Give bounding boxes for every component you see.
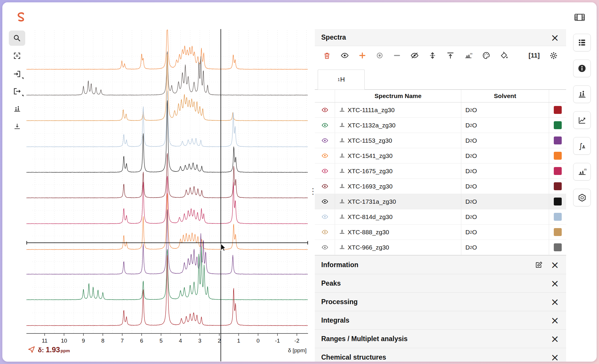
spectra-toolbar: m [11] <box>315 46 566 65</box>
integrals-panel-icon[interactable]: ∫ <box>573 137 591 155</box>
color-swatch[interactable] <box>554 152 562 160</box>
solvent-value: D2O <box>461 225 549 240</box>
spectra-list-icon[interactable] <box>573 34 591 51</box>
spectra-panel-header: Spectra × <box>315 29 566 46</box>
spectrum-row[interactable]: XTC-1153_zg30D2O <box>315 133 566 148</box>
spectra-panel-title: Spectra <box>321 33 346 41</box>
close-icon[interactable]: × <box>550 297 560 307</box>
color-swatch[interactable] <box>554 182 562 190</box>
export-tool[interactable] <box>9 84 25 99</box>
visibility-eye-icon[interactable] <box>322 152 328 159</box>
align-top-icon[interactable] <box>446 51 455 60</box>
multiplet-pick-icon[interactable]: m <box>464 51 472 60</box>
visibility-column-header <box>315 90 335 102</box>
solvent-value: D2O <box>461 164 549 178</box>
spectrum-glyph-icon <box>339 183 345 190</box>
visibility-eye-icon[interactable] <box>322 137 328 144</box>
spectrum-row[interactable]: XTC-814d_zg30D2O <box>315 209 566 225</box>
svg-text:0: 0 <box>257 338 260 344</box>
spectrum-row[interactable]: XTC-1731a_zg30D2O <box>315 194 566 209</box>
visibility-eye-icon[interactable] <box>322 122 328 129</box>
visibility-eye-icon[interactable] <box>322 244 328 251</box>
svg-text:10: 10 <box>61 338 67 344</box>
visibility-eye-icon[interactable] <box>322 107 328 113</box>
color-swatch[interactable] <box>554 106 562 114</box>
color-swatch[interactable] <box>554 198 562 205</box>
close-icon[interactable]: × <box>550 334 560 344</box>
select-circle-icon[interactable] <box>376 52 383 59</box>
import-tool[interactable] <box>9 66 25 82</box>
color-swatch[interactable] <box>554 243 562 251</box>
spectrum-glyph-icon <box>339 152 345 159</box>
show-all-eye-icon[interactable] <box>341 51 349 60</box>
cursor-readout: δ: 1.93 ppm δ [ppm] <box>28 346 307 355</box>
svg-text:m: m <box>470 52 472 55</box>
accordion-title: Chemical structures <box>321 353 386 361</box>
spectra-table-body: XTC-1111a_zg30D2O XTC-1132a_zg30D2O XTC-… <box>315 102 566 255</box>
accordion-section-ranges-multiplet-analysis[interactable]: Ranges / Multiplet analysis× <box>315 329 566 348</box>
hide-all-eye-off-icon[interactable] <box>410 51 419 60</box>
visibility-eye-icon[interactable] <box>322 229 328 235</box>
spectrum-row[interactable]: XTC-1541_zg30D2O <box>315 148 566 164</box>
spectrum-row[interactable]: XTC-888_zg30D2O <box>315 225 566 240</box>
spectrum-row[interactable]: XTC-1675_zg30D2O <box>315 164 566 179</box>
accordion-section-processing[interactable]: Processing× <box>315 292 566 311</box>
zoom-tool[interactable] <box>9 31 25 46</box>
color-swatch[interactable] <box>554 121 562 129</box>
accordion-title: Information <box>321 261 359 269</box>
edit-icon[interactable] <box>535 261 543 269</box>
color-swatch[interactable] <box>554 228 562 236</box>
position-pointer-icon <box>28 346 36 355</box>
spectrum-name: XTC-1693_zg30 <box>348 183 393 190</box>
processing-panel-icon[interactable] <box>573 111 591 129</box>
ranges-multiplet-panel-icon[interactable]: m <box>573 163 591 181</box>
spectrum-row[interactable]: XTC-1693_zg30D2O <box>315 179 566 194</box>
spectrum-display[interactable]: 11109876543210-1-2 δ: 1.93 ppm δ [ppm] <box>26 29 308 361</box>
peak-picking-tool[interactable] <box>9 101 25 117</box>
visibility-eye-icon[interactable] <box>322 168 328 174</box>
close-icon[interactable]: × <box>550 260 560 270</box>
close-icon[interactable]: × <box>550 278 560 288</box>
solvent-value: D2O <box>461 194 549 209</box>
accordion-stack: Information ×Peaks×Processing×Integrals×… <box>315 255 566 362</box>
spectra-count-badge: [11] <box>529 52 540 59</box>
color-swatch[interactable] <box>554 213 562 221</box>
settings-gear-icon[interactable] <box>549 51 558 60</box>
spectrum-row[interactable]: XTC-1111a_zg30D2O <box>315 102 566 118</box>
delete-icon[interactable] <box>323 52 331 60</box>
accordion-section-information[interactable]: Information × <box>315 255 566 274</box>
accordion-title: Ranges / Multiplet analysis <box>321 335 408 343</box>
spectrum-row[interactable]: XTC-966_zg30D2O <box>315 240 566 255</box>
close-icon[interactable]: × <box>550 315 560 325</box>
solvent-value: D2O <box>461 102 549 117</box>
svg-text:m: m <box>584 167 586 171</box>
cursor-ppm-unit: ppm <box>60 348 70 353</box>
cursor-ppm-value: 1.93 <box>46 346 60 354</box>
app-window: 11109876543210-1-2 δ: 1.93 ppm δ [ppm] ⋮… <box>2 2 597 362</box>
peaks-panel-icon[interactable] <box>573 85 591 103</box>
add-icon[interactable] <box>359 52 366 59</box>
zoom-out-fit-tool[interactable] <box>9 48 25 63</box>
visibility-eye-icon[interactable] <box>322 183 328 190</box>
fill-color-icon[interactable] <box>500 51 508 60</box>
svg-text:∫: ∫ <box>579 141 583 150</box>
palette-icon[interactable] <box>482 51 490 60</box>
color-swatch[interactable] <box>554 167 562 175</box>
visibility-eye-icon[interactable] <box>322 213 328 220</box>
rescale-vertical-icon[interactable] <box>428 51 437 60</box>
baseline-correction-tool[interactable] <box>9 119 25 134</box>
remove-minus-icon[interactable] <box>393 52 401 59</box>
accordion-section-peaks[interactable]: Peaks× <box>315 274 566 292</box>
visibility-eye-icon[interactable] <box>322 198 328 205</box>
spectrum-glyph-icon <box>339 244 345 251</box>
close-icon[interactable]: × <box>550 352 560 362</box>
accordion-section-integrals[interactable]: Integrals× <box>315 311 566 329</box>
information-icon[interactable] <box>573 60 591 77</box>
general-tools-film-icon[interactable] <box>574 13 585 22</box>
accordion-section-chemical-structures[interactable]: Chemical structures× <box>315 348 566 362</box>
tab-1h[interactable]: 1H <box>318 70 365 90</box>
spectrum-row[interactable]: XTC-1132a_zg30D2O <box>315 118 566 133</box>
close-icon[interactable]: × <box>550 33 560 43</box>
chemical-structure-icon[interactable] <box>573 189 591 206</box>
color-swatch[interactable] <box>554 136 562 144</box>
